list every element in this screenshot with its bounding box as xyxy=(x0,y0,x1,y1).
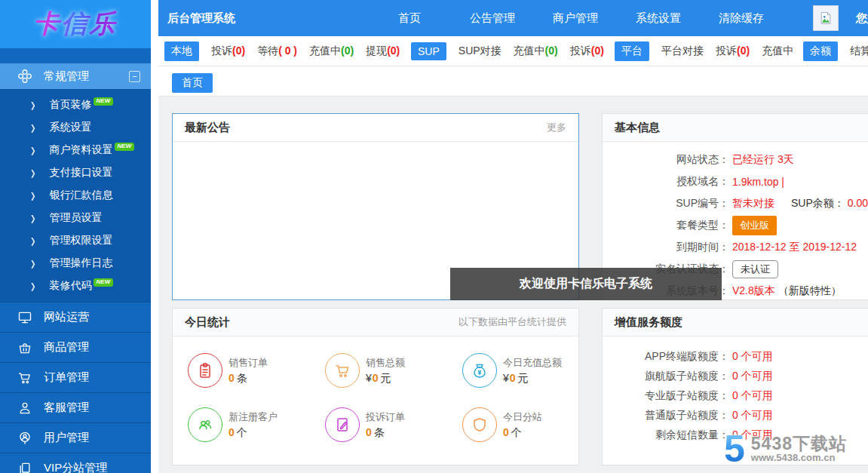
vas-row-app-terminal: APP终端版额度： 0 个可用 xyxy=(603,347,868,367)
vas-quota-header: 增值服务额度 xyxy=(603,309,868,336)
sidebar-item-label: 支付接口设置 xyxy=(50,166,113,180)
chevron-right-icon: ❯ xyxy=(30,146,36,155)
startup-edition-button[interactable]: 创业版 xyxy=(732,216,777,235)
watermark: 5 5438下载站 www.5438.com.cn xyxy=(724,430,847,468)
info-row-site-status: 网站状态： 已经运行 3天 xyxy=(603,149,868,170)
app-title: 后台管理系统 xyxy=(167,0,235,36)
sidebar-item-system-settings[interactable]: ❯ 系统设置 xyxy=(0,116,151,139)
status-item-platform-complaints[interactable]: 投诉(0) xyxy=(716,45,750,58)
basket-icon xyxy=(17,339,33,356)
nav-item-clear-cache[interactable]: 清除缓存 xyxy=(719,0,764,36)
sidebar-section-customer-service[interactable]: 客服管理 xyxy=(0,392,151,422)
info-row-package-type: 套餐类型： 创业版 xyxy=(603,214,868,236)
vas-quota-title: 增值服务额度 xyxy=(615,315,682,330)
status-group-local: 本地 投诉(0) 等待( 0 ) 充值中(0) 提现(0) xyxy=(164,36,400,66)
sidebar-item-label: 系统设置 xyxy=(50,121,92,134)
nav-item-system-settings[interactable]: 系统设置 xyxy=(636,0,681,36)
vas-row-professional: 专业版子站额度： 0 个可用 xyxy=(603,386,868,406)
stat-today-substations: 今日分站 0个 xyxy=(462,407,595,442)
sidebar-spacer xyxy=(0,48,151,63)
sidebar-item-decoration-code[interactable]: ❯ 装修代码 NEW xyxy=(0,275,151,297)
sidebar-section-general-management[interactable]: 常规管理 − xyxy=(0,63,151,89)
new-badge: NEW xyxy=(94,97,114,106)
watermark-site-name: 5438下载站 xyxy=(751,435,847,453)
announcements-header: 最新公告 更多 xyxy=(173,114,578,142)
status-item-sup-complaints[interactable]: 投诉(0) xyxy=(570,45,604,58)
status-item-complaints[interactable]: 投诉(0) xyxy=(211,45,245,58)
new-badge: NEW xyxy=(94,278,114,287)
platform-badge[interactable]: 平台 xyxy=(615,41,649,61)
pages-icon xyxy=(17,460,33,473)
sidebar-submenu: ❯ 首页装修 NEW ❯ 系统设置 ❯ 商户资料设置 NEW ❯ 支付接口设置 … xyxy=(0,89,151,302)
new-features-link[interactable]: （新版特性） xyxy=(778,284,842,298)
chevron-right-icon: ❯ xyxy=(30,168,36,177)
nav-item-merchant-management[interactable]: 商户管理 xyxy=(553,0,598,36)
stats-grid: 销售订单 0条 销售总额 ¥0元 今日充值总额 ¥0 xyxy=(173,336,578,442)
status-item-withdraw[interactable]: 提现(0) xyxy=(366,45,400,58)
status-item-platform-recharging[interactable]: 充值中 xyxy=(762,45,793,58)
sidebar-section-user-management[interactable]: 用户管理 xyxy=(0,422,151,453)
sidebar-item-label: 银行汇款信息 xyxy=(50,189,113,202)
sidebar-section-order-management[interactable]: 订单管理 xyxy=(0,362,151,392)
admin-dashboard: 卡信乐 常规管理 − ❯ 首页装修 NEW ❯ 系统设置 ❯ 商户资料设置 N xyxy=(0,0,868,473)
status-item-sup-connect[interactable]: SUP对接 xyxy=(459,45,501,58)
chevron-right-icon: ❯ xyxy=(30,100,36,109)
vas-row-standard: 普通版子站额度： 0 个可用 xyxy=(603,406,868,425)
stat-sales-total: 销售总额 ¥0元 xyxy=(325,353,462,388)
info-row-expiry: 到期时间： 2018-12-12 至 2019-12-12 xyxy=(603,236,868,258)
balance-badge[interactable]: 余额 xyxy=(803,41,838,61)
status-bar: 本地 投诉(0) 等待( 0 ) 充值中(0) 提现(0) SUP SUP对接 … xyxy=(158,36,868,66)
stat-sales-orders: 销售订单 0条 xyxy=(188,353,325,388)
chevron-right-icon: ❯ xyxy=(30,281,36,290)
status-item-recharging[interactable]: 充值中(0) xyxy=(309,45,354,58)
complaint-doc-icon xyxy=(325,407,360,442)
info-row-sup-number: SUP编号： 暂未对接 SUP余额： 0.000 元 xyxy=(603,192,868,214)
unverified-button[interactable]: 未认证 xyxy=(732,260,778,278)
sidebar-item-label: 管理操作日志 xyxy=(50,256,113,270)
sidebar-item-home-decoration[interactable]: ❯ 首页装修 NEW xyxy=(0,94,151,116)
sup-badge[interactable]: SUP xyxy=(411,42,446,60)
stats-source-note: 以下数据由平台统计提供 xyxy=(459,315,566,329)
chevron-right-icon: ❯ xyxy=(30,191,36,200)
sidebar-section-website-operation[interactable]: 网站运营 xyxy=(0,302,151,332)
chevron-right-icon: ❯ xyxy=(30,213,36,223)
collapse-minus-icon[interactable]: − xyxy=(129,71,140,82)
watermark-url: www.5438.com.cn xyxy=(751,453,847,463)
sidebar-item-payment-interface[interactable]: ❯ 支付接口设置 xyxy=(0,161,151,184)
local-badge[interactable]: 本地 xyxy=(164,41,199,61)
chevron-right-icon: ❯ xyxy=(30,123,36,132)
stat-today-recharge-total: 今日充值总额 ¥0元 xyxy=(462,353,595,388)
sidebar-section-product-management[interactable]: 商品管理 xyxy=(0,332,151,362)
status-item-waiting[interactable]: 等待( 0 ) xyxy=(257,45,297,58)
shield-icon xyxy=(462,407,497,442)
clover-icon xyxy=(17,68,33,84)
logo: 卡信乐 xyxy=(0,0,151,48)
more-link[interactable]: 更多 xyxy=(547,121,566,134)
sidebar-item-admin-permissions[interactable]: ❯ 管理权限设置 xyxy=(0,229,151,252)
breadcrumb-home-tab[interactable]: 首页 xyxy=(172,73,213,93)
sidebar-item-label: 首页装修 xyxy=(50,98,92,112)
layout-divider xyxy=(151,0,158,473)
monitor-icon xyxy=(17,309,33,326)
sidebar-item-admin-settings[interactable]: ❯ 管理员设置 xyxy=(0,207,151,229)
avatar[interactable] xyxy=(813,5,839,31)
broken-image-icon xyxy=(818,11,833,26)
sidebar-section-label: 用户管理 xyxy=(44,431,89,445)
sidebar-section-vip-substation[interactable]: VIP分站管理 xyxy=(0,453,151,473)
basic-info-title: 基本信息 xyxy=(615,121,660,135)
status-item-platform-connect[interactable]: 平台对接 xyxy=(661,45,704,58)
nav-item-announcement-management[interactable]: 公告管理 xyxy=(470,0,515,36)
sidebar-section-label: 订单管理 xyxy=(44,370,89,385)
sidebar-item-label: 管理员设置 xyxy=(50,211,103,225)
status-item-sup-recharging[interactable]: 充值中(0) xyxy=(514,45,558,58)
status-item-settlement-records[interactable]: 结算记 xyxy=(850,45,868,58)
nav-item-home[interactable]: 首页 xyxy=(398,0,421,36)
sidebar-item-bank-transfer-info[interactable]: ❯ 银行汇款信息 xyxy=(0,184,151,207)
sidebar-item-label: 装修代码 xyxy=(50,279,92,293)
info-row-licensed-domain: 授权域名： 1.9km.top | xyxy=(603,170,868,192)
sidebar-item-admin-logs[interactable]: ❯ 管理操作日志 xyxy=(0,252,151,275)
sidebar-item-merchant-profile[interactable]: ❯ 商户资料设置 NEW xyxy=(0,139,151,161)
logo-text: 卡信乐 xyxy=(34,7,118,41)
stat-new-customers: 新注册客户 0个 xyxy=(188,407,325,442)
person-icon xyxy=(17,400,33,416)
